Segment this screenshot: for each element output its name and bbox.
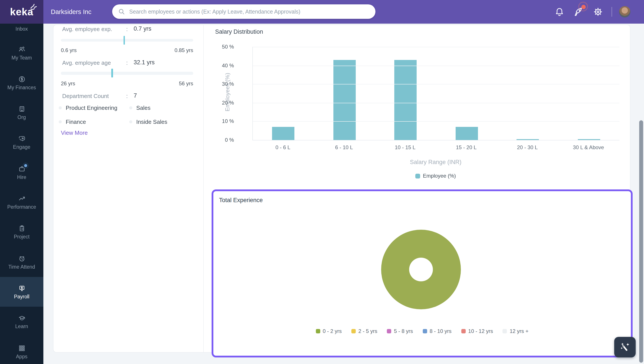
sidebar-item-label: Hire — [17, 175, 26, 180]
avg-age-max: 56 yrs — [179, 80, 193, 86]
sidebar-item-label: Apps — [16, 354, 27, 359]
avg-exp-min: 0.6 yrs — [61, 47, 77, 54]
donut-legend-item: 10 - 12 yrs — [461, 328, 493, 334]
bar-20-30l[interactable] — [517, 139, 539, 140]
bar-slot — [314, 47, 375, 140]
sidebar-item-label: Time Attend — [8, 264, 35, 270]
sidebar-item-label: Learn — [15, 324, 28, 330]
sidebar-item-apps[interactable]: Apps — [0, 337, 43, 364]
avg-exp-label: Avg. employee exp. — [62, 26, 112, 32]
avg-age-range: 26 yrs 56 yrs — [61, 80, 193, 86]
bar-15-20l[interactable] — [456, 127, 478, 140]
department-item: Inside Sales — [129, 118, 197, 125]
x-tick-label: 15 - 20 L — [436, 144, 497, 150]
donut-legend-item: 8 - 10 yrs — [422, 328, 452, 334]
donut-legend-marker — [387, 329, 391, 334]
sidebar-item-label: Project — [14, 235, 30, 240]
donut-legend-marker — [316, 329, 320, 334]
avg-exp-max: 0.85 yrs — [175, 47, 193, 54]
keka-logo[interactable]: keka — [0, 0, 43, 24]
settings-gear-icon[interactable] — [593, 7, 603, 16]
sidebar-item-label: My Team — [12, 55, 32, 60]
x-tick-label: 0 - 6 L — [252, 144, 313, 150]
bar-30l&above[interactable] — [578, 139, 600, 140]
donut-legend-marker — [503, 329, 507, 334]
department-bullet — [129, 120, 132, 124]
x-tick-label: 10 - 15 L — [375, 144, 436, 150]
sidebar-item-time-attend[interactable]: Time Attend — [0, 247, 43, 277]
trend-icon — [18, 195, 26, 202]
chat-heart-icon — [18, 135, 26, 143]
sidebar-item-performance[interactable]: Performance — [0, 188, 43, 217]
magic-wand-icon — [619, 342, 631, 353]
legend-marker-employee — [415, 174, 420, 178]
sidebar-item-label: My Finances — [8, 85, 36, 90]
rocket-notification-dot — [581, 5, 586, 9]
department-list: Product EngineeringSalesFinanceInside Sa… — [59, 104, 197, 125]
avg-age-value: 32.1 yrs — [134, 59, 155, 66]
bar-slot — [558, 47, 619, 140]
donut-legend-marker — [351, 329, 356, 334]
sidebar-item-org[interactable]: Org — [0, 98, 43, 128]
sidebar-item-inbox[interactable]: Inbox — [0, 26, 43, 32]
donut-legend-item: 5 - 8 yrs — [387, 328, 413, 334]
department-item: Finance — [59, 118, 129, 125]
vertical-scrollbar-thumb[interactable] — [639, 120, 643, 363]
sidebar-item-my-finances[interactable]: My Finances — [0, 68, 43, 98]
topbar: keka Darksiders Inc — [0, 0, 644, 24]
avg-exp-range: 0.6 yrs 0.85 yrs — [61, 47, 193, 54]
panel-divider — [203, 25, 204, 352]
bar-10-15l[interactable] — [394, 60, 417, 140]
hire-notification-dot — [23, 163, 28, 168]
sidebar-item-label: Performance — [7, 205, 36, 210]
monitor-dollar-icon — [18, 284, 26, 292]
donut-legend-marker — [461, 329, 466, 334]
sidebar-item-my-team[interactable]: My Team — [0, 38, 43, 68]
people-icon — [18, 45, 26, 53]
search-icon — [118, 8, 125, 15]
ai-assistant-fab[interactable] — [614, 337, 636, 358]
bar-slot — [253, 47, 314, 140]
avg-age-min: 26 yrs — [61, 80, 75, 86]
bar-6-10l[interactable] — [333, 60, 356, 140]
gridline — [253, 103, 619, 103]
sidebar-item-project[interactable]: Project — [0, 217, 43, 247]
dept-count-value: 7 — [134, 92, 137, 99]
bar-0-6l[interactable] — [272, 127, 295, 140]
total-experience-panel: Total Experience 0 - 2 yrs2 - 5 yrs5 - 8… — [211, 190, 632, 358]
donut-legend-item: 2 - 5 yrs — [351, 328, 377, 334]
y-tick-label: 40 % — [208, 62, 234, 68]
salary-chart-title: Salary Distribution — [215, 28, 263, 35]
avg-age-slider-track — [61, 72, 193, 74]
briefcase-icon — [18, 165, 26, 173]
sidebar-item-engage[interactable]: Engage — [0, 128, 43, 157]
sidebar-item-hire[interactable]: Hire — [0, 158, 43, 187]
notifications-bell-icon[interactable] — [555, 7, 564, 16]
gridline — [253, 84, 619, 84]
dept-count-label: Department Count — [62, 93, 109, 99]
donut-legend-marker — [422, 329, 427, 334]
x-tick-label: 6 - 10 L — [313, 144, 375, 150]
salary-chart-xaxis-title: Salary Range (INR) — [252, 159, 619, 166]
search-bar[interactable] — [112, 4, 375, 19]
total-experience-donut[interactable] — [381, 230, 461, 309]
sidebar-item-learn[interactable]: Learn — [0, 307, 43, 337]
department-name: Inside Sales — [136, 118, 167, 125]
y-tick-label: 10 % — [208, 118, 234, 124]
sidebar: InboxMy TeamMy FinancesOrgEngageHirePerf… — [0, 24, 43, 364]
search-input[interactable] — [128, 8, 369, 15]
department-item: Sales — [129, 104, 197, 111]
colon: : — [126, 93, 128, 99]
sidebar-item-payroll[interactable]: Payroll — [0, 277, 43, 307]
department-name: Sales — [136, 104, 150, 111]
alarm-icon — [18, 254, 26, 262]
screenshot-stage: keka Darksiders Inc — [0, 0, 644, 364]
grad-cap-icon — [18, 314, 26, 322]
donut-legend-label: 12 yrs + — [510, 328, 529, 334]
view-more-link[interactable]: View More — [61, 130, 88, 136]
y-tick-label: 50 % — [208, 44, 234, 50]
sidebar-item-label: Inbox — [16, 27, 28, 32]
logo-sparks-icon — [30, 4, 37, 10]
avatar[interactable] — [619, 6, 630, 18]
bar-slot — [375, 47, 436, 140]
